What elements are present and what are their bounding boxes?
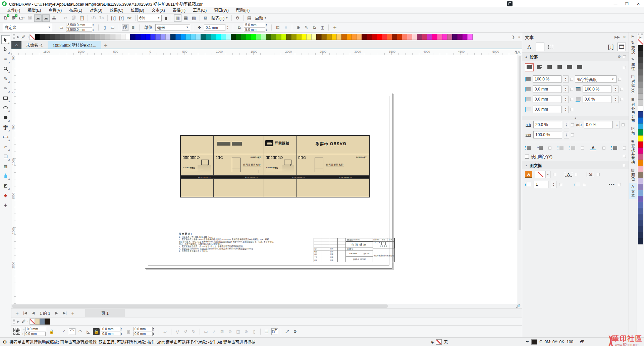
duplicate-y-field[interactable]: 5.0 mm (244, 27, 265, 32)
color-swatch[interactable] (367, 34, 372, 40)
color-swatch[interactable] (467, 34, 473, 40)
menu-item[interactable]: 编辑(E) (24, 7, 45, 14)
color-swatch[interactable] (95, 34, 100, 40)
zoom-tool-icon[interactable]: 🔎 (516, 304, 522, 308)
palette-expand-icon[interactable]: » (517, 35, 522, 39)
corner-radius-3-field[interactable]: 0.0 mm (133, 327, 153, 331)
menu-item[interactable]: 文件(F) (3, 7, 24, 14)
color-swatch[interactable] (427, 34, 432, 40)
previous-page-icon[interactable]: ◀ (30, 309, 37, 317)
snap-off-icon[interactable]: ⊠ (202, 14, 209, 22)
tool-connector[interactable]: ⌐◢ (1, 142, 10, 151)
show-grid-icon[interactable]: ▦ (182, 14, 190, 22)
tab-settings-icon[interactable] (611, 146, 617, 150)
tool-polygon[interactable]: ◢ (1, 113, 10, 122)
checkbox[interactable] (559, 183, 562, 186)
import-text-icon[interactable]: [↓] (606, 43, 615, 51)
delete-segment-icon[interactable]: ⊠ (219, 328, 225, 335)
color-swatch[interactable] (382, 34, 387, 40)
align-checkbox[interactable] (623, 66, 626, 69)
origin-grid-icon[interactable] (13, 328, 21, 335)
color-swatch[interactable] (432, 34, 437, 40)
reverse-direction-icon[interactable]: ⊖ (227, 328, 233, 335)
color-swatch[interactable] (397, 34, 402, 40)
redo-icon[interactable]: ↻ ▾ (98, 14, 105, 22)
color-swatch[interactable] (638, 190, 643, 196)
right-indent-spinner[interactable]: ▲▼ (563, 96, 569, 103)
color-swatch[interactable] (45, 34, 50, 40)
color-swatch[interactable] (206, 34, 211, 40)
duplicate-mode-icon[interactable]: ⧉ (311, 24, 318, 31)
word-spacing-spinner[interactable]: ▲▼ (564, 131, 569, 138)
overlay-app-icon[interactable] (507, 1, 513, 6)
bullet-list-icon[interactable] (525, 146, 531, 150)
paragraph-properties-tab[interactable] (536, 43, 544, 51)
color-swatch[interactable] (638, 220, 643, 226)
color-swatch[interactable] (638, 154, 643, 160)
page-1-tab[interactable]: 页 1 (85, 309, 125, 318)
undo-icon[interactable]: ↺ ▾ (90, 14, 97, 22)
section-checkbox[interactable] (623, 55, 626, 58)
position-x-field[interactable]: 0.0 mm (25, 327, 47, 331)
palette-eyedropper-icon[interactable]: 🖉 (20, 35, 26, 39)
checkbox[interactable] (620, 98, 623, 101)
add-page-button[interactable]: ＋ (13, 309, 21, 317)
docker-tab[interactable]: ✎ 属性 (629, 56, 637, 72)
document-tab-active[interactable]: 10025903 壁挂炉B811... (48, 41, 101, 49)
color-swatch[interactable] (638, 81, 643, 88)
checkbox[interactable] (623, 155, 626, 158)
menu-item[interactable]: 窗口(W) (210, 7, 232, 14)
color-swatch[interactable] (392, 34, 397, 40)
palette-drag-handle[interactable] (638, 34, 643, 35)
corner-radius-4-field[interactable]: 0.0 mm (133, 332, 153, 336)
snap-to-dropdown[interactable]: 贴齐(T)▼ (210, 14, 229, 22)
vertical-scrollbar-thumb[interactable] (519, 56, 521, 230)
color-swatch[interactable] (422, 34, 427, 40)
color-swatch[interactable] (638, 45, 643, 51)
text-frame-icon[interactable]: A (565, 172, 572, 177)
duplicate-x-spinner[interactable]: ▲▼ (265, 23, 269, 27)
color-swatch[interactable] (286, 34, 291, 40)
color-swatch[interactable] (326, 34, 332, 40)
checkbox[interactable] (553, 173, 556, 176)
color-swatch[interactable] (638, 117, 643, 124)
duplicate-x-field[interactable]: 5.0 mm (244, 23, 265, 27)
checkbox[interactable] (570, 88, 573, 91)
color-swatch[interactable] (236, 34, 241, 40)
relative-corner-icon[interactable]: ▱ (162, 328, 168, 335)
tool-zoom[interactable]: ◢ (1, 64, 10, 73)
x-measure-icon[interactable]: ⤢ (284, 328, 290, 335)
new-document-icon[interactable]: 🗋+ (2, 14, 9, 22)
color-swatch[interactable] (341, 34, 347, 40)
extend-curve-icon[interactable]: ↗ (211, 328, 217, 335)
char-shift-spinner[interactable]: ▲▼ (614, 121, 620, 128)
checkbox[interactable] (618, 78, 621, 81)
columns-field[interactable]: 1 (534, 181, 548, 188)
section-checkbox[interactable] (623, 164, 626, 167)
export-icon[interactable]: [↑] (118, 14, 125, 22)
color-swatch[interactable] (80, 34, 85, 40)
column-settings-icon[interactable] (574, 182, 580, 187)
print-icon[interactable]: 🖶 (50, 14, 58, 22)
welcome-home-tab[interactable]: ⌂ (11, 41, 21, 49)
duplicate-y-spinner[interactable]: ▲▼ (265, 27, 269, 32)
color-swatch[interactable] (316, 34, 322, 40)
color-swatch[interactable] (452, 34, 458, 40)
color-swatch[interactable] (352, 34, 357, 40)
color-swatch[interactable] (638, 57, 643, 63)
color-swatch[interactable] (251, 34, 256, 40)
color-swatch[interactable] (638, 93, 643, 100)
docker-tab[interactable]: A 文本 (629, 183, 637, 199)
palette-flyout-arrow-icon[interactable]: ▶ (638, 36, 642, 39)
smooth-curve-icon[interactable]: ↺ (182, 328, 189, 335)
minimize-button[interactable]: — (610, 0, 621, 7)
checkbox[interactable] (571, 123, 574, 126)
open-icon[interactable]: 🗁▾ (18, 14, 25, 22)
fit-frame-icon[interactable]: ⇲ (587, 172, 594, 177)
tool-freehand[interactable]: ✎◢ (1, 74, 10, 83)
tool-crop[interactable]: ⌗◢ (1, 55, 10, 63)
color-swatch[interactable] (185, 34, 191, 40)
numbered-list-icon[interactable] (537, 146, 543, 150)
color-swatch[interactable] (120, 34, 125, 40)
docker-close-icon[interactable]: ✕ (623, 35, 626, 39)
